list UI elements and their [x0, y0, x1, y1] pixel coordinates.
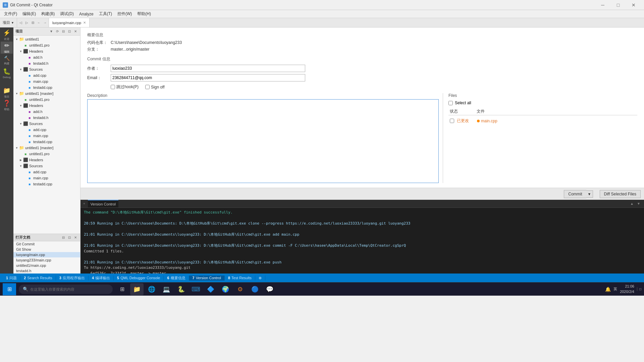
open-docs-ctrl1[interactable]: ⊟ — [61, 235, 66, 240]
description-textarea[interactable] — [87, 99, 439, 183]
close-button[interactable]: ✕ — [626, 0, 641, 10]
author-input[interactable] — [111, 65, 305, 72]
taskview-button[interactable]: ⊞ — [115, 283, 129, 295]
email-input[interactable] — [111, 74, 305, 81]
tab-main-cpp[interactable]: luoyang/main.cpp ✕ — [49, 18, 90, 27]
open-file-main-cpp[interactable]: luoyang/main.cpp — [13, 252, 80, 257]
sidebar-help[interactable]: ❓ 帮助 — [1, 99, 13, 111]
skip-hook-checkbox[interactable] — [111, 85, 115, 89]
sign-off-checkbox[interactable] — [145, 85, 150, 89]
project-selector[interactable]: 项目 ▼ — [0, 18, 17, 27]
select-all-checkbox[interactable] — [448, 101, 453, 105]
skip-hook-label[interactable]: 跳过hook(P) — [111, 84, 139, 90]
tree-sources-1[interactable]: ▼ ⬛ Sources — [13, 66, 80, 72]
panel-dock-btn[interactable]: ⊡ — [67, 29, 72, 34]
diff-selected-button[interactable]: Diff Selected Files — [600, 190, 641, 198]
menu-help[interactable]: 帮助(H) — [135, 10, 154, 17]
status-tab-compile[interactable]: 4 编译输出 — [89, 276, 114, 281]
menu-file[interactable]: 文件(F) — [1, 10, 20, 17]
tab-nav-forward[interactable]: → — [42, 19, 48, 26]
tree-main-cpp-3[interactable]: ■ main.cpp — [13, 175, 80, 181]
menu-debug[interactable]: 调试(D) — [57, 10, 76, 17]
output-scroll-up[interactable]: ▲ — [629, 201, 635, 206]
version-control-tab[interactable]: Version Control — [88, 200, 118, 207]
status-more-btn[interactable]: ⊕ — [255, 276, 265, 281]
sidebar-edit[interactable]: ✏ 编辑 — [1, 42, 13, 54]
status-tab-problems[interactable]: 1 问题 — [3, 276, 20, 281]
open-file-git-show[interactable]: Git Show — [13, 247, 80, 252]
status-tab-app-output[interactable]: 3 应用程序输出 — [56, 276, 89, 281]
open-docs-ctrl2[interactable]: ⊡ — [67, 235, 72, 240]
taskbar-app-edge[interactable]: 🌐 — [145, 283, 158, 295]
panel-collapse-btn[interactable]: ⊟ — [61, 29, 66, 34]
tab-split[interactable]: ⊟ — [30, 19, 36, 26]
tree-add-cpp-3[interactable]: ■ add.cpp — [13, 169, 80, 175]
tree-testadd-h-2[interactable]: ■ testadd.h — [13, 115, 80, 121]
sidebar-welcome[interactable]: ⚡ 欢迎 — [1, 29, 13, 41]
add-tab-btn[interactable]: + — [83, 202, 85, 205]
lang-indicator[interactable]: 英 — [613, 287, 617, 292]
tree-testadd-cpp-2[interactable]: ■ testadd.cpp — [13, 139, 80, 145]
status-tab-qml[interactable]: 5 QML Debugger Console — [114, 276, 164, 281]
taskbar-app-teams[interactable]: 💬 — [263, 283, 276, 295]
menu-build[interactable]: 构建(B) — [39, 10, 57, 17]
tree-headers[interactable]: ▼ ⬛ Headers — [13, 48, 80, 54]
taskbar-app-pycharm[interactable]: 🐍 — [174, 283, 188, 295]
menu-edit[interactable]: 编辑(E) — [20, 10, 39, 17]
open-docs-header[interactable]: 打开文档 ⊟ ⊡ ✕ — [13, 234, 80, 241]
minimize-button[interactable]: ─ — [595, 0, 610, 10]
taskbar-app-chrome[interactable]: 🔵 — [248, 283, 262, 295]
tree-add-h-2[interactable]: ■ add.h — [13, 109, 80, 115]
panel-sync-btn[interactable]: ⟳ — [55, 29, 60, 34]
open-file-luoyang233-main[interactable]: luoyang233/main.cpp — [13, 257, 80, 263]
status-tab-search[interactable]: 2 Search Results — [20, 276, 56, 281]
menu-control[interactable]: 控件(W) — [115, 10, 135, 17]
tree-headers-2[interactable]: ▼ ⬛ Headers — [13, 103, 80, 109]
tree-untitled1-pro-3[interactable]: ■ untitled1.pro — [13, 151, 80, 157]
taskbar-app-qc[interactable]: ⚙ — [233, 283, 247, 295]
status-tab-summary[interactable]: 6 概要信息 — [164, 276, 189, 281]
tree-sources-3[interactable]: ▼ ⬛ Sources — [13, 163, 80, 169]
tree-testadd-h[interactable]: ■ testadd.h — [13, 60, 80, 66]
tab-nav-right[interactable]: ▷ — [24, 19, 30, 26]
sidebar-build[interactable]: 🔨 构建 — [1, 54, 13, 66]
tree-add-h[interactable]: ■ add.h — [13, 54, 80, 60]
taskbar-app-vc[interactable]: 🔷 — [204, 283, 217, 295]
status-tab-test[interactable]: 8 Test Results — [225, 276, 255, 281]
taskbar-app-files[interactable]: 📁 — [130, 283, 144, 295]
taskbar-search-input[interactable] — [30, 287, 97, 291]
commit-button[interactable]: Commit — [564, 190, 586, 198]
tab-nav-left[interactable]: ◁ — [18, 19, 24, 26]
tab-close-icon[interactable]: ✕ — [83, 21, 86, 24]
open-file-testadd-h[interactable]: testadd.h — [13, 268, 80, 274]
tree-headers-collapsed[interactable]: ▶ ⬛ Headers — [13, 157, 80, 163]
file-checkbox-main-cpp[interactable] — [450, 119, 454, 123]
tree-add-cpp-1[interactable]: ■ add.cpp — [13, 72, 80, 78]
panel-close-btn[interactable]: ✕ — [73, 29, 78, 34]
taskbar-app-vscode[interactable]: ⌨ — [189, 283, 203, 295]
open-file-untitled1-main[interactable]: untitled1/main.cpp — [13, 263, 80, 268]
tree-untitled1-pro[interactable]: ■ untitled1.pro — [13, 42, 80, 48]
tree-main-cpp-2[interactable]: ■ main.cpp — [13, 133, 80, 139]
taskbar-app-browser[interactable]: 🌍 — [219, 283, 232, 295]
maximize-button[interactable]: □ — [610, 0, 626, 10]
sidebar-project[interactable]: 📁 项目 — [1, 86, 13, 99]
tree-sources-2[interactable]: ▼ ⬛ Sources — [13, 121, 80, 127]
sign-off-label[interactable]: Sign off — [145, 85, 164, 89]
tree-untitled1[interactable]: ▼ 📁 untitled1 — [13, 36, 80, 42]
start-button[interactable]: ⊞ — [3, 283, 16, 295]
taskbar-search[interactable]: 🔍 — [19, 285, 113, 294]
tree-untitled1-master-2[interactable]: ▼ 📁 untitled1 [master] — [13, 145, 80, 151]
notification-icon[interactable]: 🔔 — [605, 287, 611, 292]
tree-untitled1-master-1[interactable]: ▼ 📁 untitled1 [master] — [13, 90, 80, 97]
tab-nav-back[interactable]: ← — [36, 19, 42, 26]
open-docs-ctrl3[interactable]: ✕ — [73, 235, 78, 240]
menu-tools[interactable]: 工具(T) — [96, 10, 115, 17]
tree-add-cpp-2[interactable]: ■ add.cpp — [13, 127, 80, 133]
tree-testadd-cpp-1[interactable]: ■ testadd.cpp — [13, 84, 80, 90]
tree-testadd-cpp-3[interactable]: ■ testadd.cpp — [13, 181, 80, 187]
taskbar-app-vs[interactable]: 💻 — [160, 283, 173, 295]
open-file-git-commit[interactable]: Git Commit — [13, 241, 80, 247]
tree-untitled1-pro-2[interactable]: ■ untitled1.pro — [13, 97, 80, 103]
tree-main-cpp-1[interactable]: ■ main.cpp — [13, 78, 80, 84]
